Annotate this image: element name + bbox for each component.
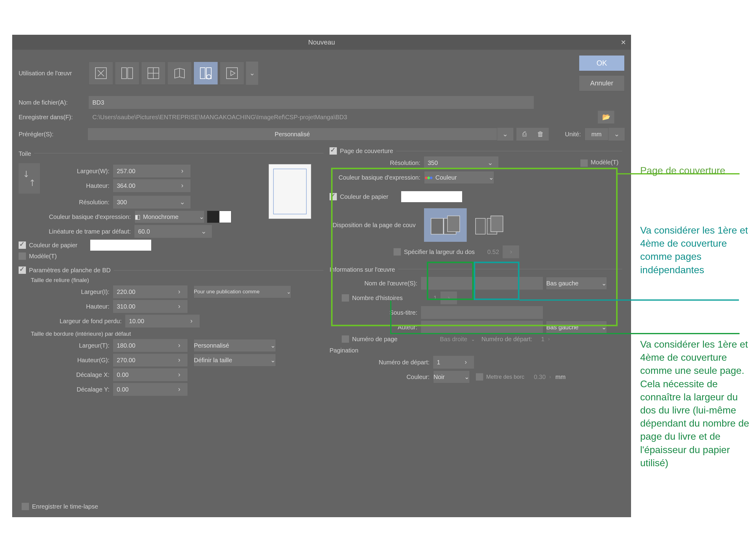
- widthT-input[interactable]: [113, 339, 171, 352]
- cover-res-input[interactable]: [424, 156, 482, 169]
- svg-point-8: [207, 75, 211, 79]
- browse-folder-icon[interactable]: 📂: [598, 111, 614, 124]
- offsetY-input[interactable]: [113, 383, 171, 396]
- usage-manga-icon[interactable]: [194, 62, 218, 85]
- annotation-cover-title: Page de couverture: [640, 164, 725, 177]
- preset-dropdown-arrow[interactable]: ⌄: [497, 128, 513, 141]
- offsetX-stepper[interactable]: ›: [171, 368, 187, 381]
- widthI-label: Largeur(I):: [31, 289, 113, 295]
- cover-paper-color-checkbox[interactable]: [330, 193, 337, 200]
- savein-input: [89, 111, 595, 124]
- canvas-expr-dropdown[interactable]: ◧Monochrome⌄: [134, 210, 204, 223]
- manga-params-checkbox[interactable]: [18, 266, 26, 274]
- titlebar: Nouveau ×: [13, 35, 631, 50]
- cover-res-dropdown[interactable]: ⌄: [482, 156, 499, 169]
- cover-template-checkbox[interactable]: [580, 159, 588, 167]
- canvas-width-input[interactable]: [113, 165, 174, 178]
- delete-preset-icon[interactable]: 🗑: [532, 128, 549, 141]
- spine-checkbox[interactable]: [393, 248, 401, 256]
- border-checkbox[interactable]: [476, 373, 483, 380]
- define-size-dropdown[interactable]: Définir la taille⌄: [194, 354, 276, 367]
- publication-dropdown[interactable]: Pour une publication comme⌄: [194, 285, 291, 298]
- cover-paper-color-swatch[interactable]: [401, 191, 462, 202]
- border-value: 0.30: [528, 374, 549, 380]
- manga-height-stepper[interactable]: ›: [171, 300, 187, 313]
- widthI-stepper[interactable]: ›: [171, 285, 187, 298]
- unit-dropdown-arrow[interactable]: ⌄: [608, 128, 625, 141]
- cover-layout-separate-icon[interactable]: [469, 208, 512, 242]
- spine-value: 0.52: [478, 248, 503, 256]
- canvas-header: Toile: [18, 150, 31, 157]
- bleed-input[interactable]: [125, 315, 183, 327]
- annotation-independent: Va considérer les 1ère et 4ème de couver…: [640, 224, 750, 277]
- usage-illustration-icon[interactable]: [89, 62, 113, 85]
- swatch-black[interactable]: [207, 211, 219, 223]
- pag-color-label: Couleur:: [330, 374, 433, 380]
- cover-template-label: Modèle(T): [591, 159, 622, 166]
- lineature-dropdown[interactable]: ⌄: [195, 225, 212, 238]
- widthI-input[interactable]: [113, 285, 171, 298]
- cover-layout-single-icon[interactable]: [424, 208, 467, 242]
- spine-stepper[interactable]: ›: [503, 245, 519, 258]
- canvas-res-dropdown[interactable]: ⌄: [174, 196, 191, 209]
- stories-label: Nombre d'histoires: [352, 295, 422, 301]
- filename-input[interactable]: [89, 96, 534, 109]
- cancel-button[interactable]: Annuler: [579, 75, 625, 91]
- preset-dropdown[interactable]: Personnalisé: [88, 128, 497, 141]
- pagination-header: Pagination: [330, 347, 622, 354]
- paper-color-label: Couleur de papier: [29, 242, 81, 249]
- heightG-input[interactable]: [113, 354, 171, 367]
- close-icon[interactable]: ×: [621, 38, 626, 47]
- heightG-stepper[interactable]: ›: [171, 354, 187, 367]
- work-name-pos-dropdown[interactable]: Bas gauche⌄: [546, 277, 607, 290]
- canvas-height-stepper[interactable]: ›: [174, 179, 191, 192]
- cover-header: Page de couverture: [340, 148, 393, 154]
- canvas-height-input[interactable]: [113, 179, 174, 192]
- usage-animation-icon[interactable]: [220, 62, 244, 85]
- filename-label: Nom de fichier(A):: [18, 99, 89, 106]
- unit-dropdown[interactable]: mm: [585, 128, 609, 141]
- offsetX-input[interactable]: [113, 368, 171, 381]
- preset-label: Prérégler(S):: [18, 131, 88, 138]
- usage-book-icon[interactable]: [167, 62, 192, 85]
- canvas-res-label: Résolution:: [18, 199, 113, 206]
- ok-button[interactable]: OK: [579, 55, 625, 71]
- swatch-white[interactable]: [219, 211, 231, 223]
- paper-color-swatch[interactable]: [90, 240, 151, 251]
- cover-checkbox[interactable]: [330, 147, 337, 154]
- svg-rect-11: [431, 218, 443, 234]
- widthT-preset-dropdown[interactable]: Personnalisé⌄: [194, 339, 276, 352]
- annotation-single: Va considérer les 1ère et 4ème de couver…: [640, 338, 750, 469]
- binding-size-header: Taille de reliure (finale): [31, 277, 323, 284]
- manga-height-input[interactable]: [113, 300, 171, 313]
- svg-rect-7: [206, 68, 211, 79]
- subtitle-input[interactable]: [421, 306, 543, 319]
- bleed-stepper[interactable]: ›: [183, 315, 200, 327]
- offsetY-stepper[interactable]: ›: [171, 383, 187, 396]
- usage-webtoon-icon[interactable]: [115, 62, 139, 85]
- start-stepper[interactable]: ›: [458, 356, 474, 369]
- author-pos-dropdown[interactable]: Bas gauche⌄: [546, 321, 607, 334]
- paper-color-checkbox[interactable]: [18, 241, 26, 249]
- pag-color-dropdown[interactable]: Noir⌄: [433, 371, 470, 383]
- stories-stepper[interactable]: ›: [441, 292, 457, 304]
- canvas-width-stepper[interactable]: ›: [174, 165, 191, 178]
- author-input[interactable]: [421, 321, 543, 334]
- usage-more-dropdown[interactable]: ⌄: [246, 62, 258, 85]
- canvas-width-label: Largeur(W):: [46, 168, 113, 175]
- widthT-stepper[interactable]: ›: [171, 339, 187, 352]
- save-preset-icon[interactable]: ⎙: [516, 128, 532, 141]
- author-label: Auteur:: [330, 324, 421, 331]
- canvas-res-input[interactable]: [113, 196, 174, 209]
- orientation-toggle[interactable]: [18, 163, 40, 194]
- start-input[interactable]: [433, 356, 458, 369]
- lineature-input[interactable]: [134, 225, 195, 238]
- svg-rect-13: [447, 216, 460, 232]
- work-name-input[interactable]: [421, 277, 543, 290]
- pagenum-checkbox[interactable]: [342, 335, 349, 343]
- template-checkbox[interactable]: [18, 252, 26, 260]
- cover-expr-dropdown[interactable]: ●●●Couleur⌄: [424, 171, 494, 184]
- timelapse-checkbox[interactable]: [22, 503, 29, 510]
- usage-comic-icon[interactable]: [141, 62, 166, 85]
- stories-checkbox[interactable]: [342, 294, 349, 301]
